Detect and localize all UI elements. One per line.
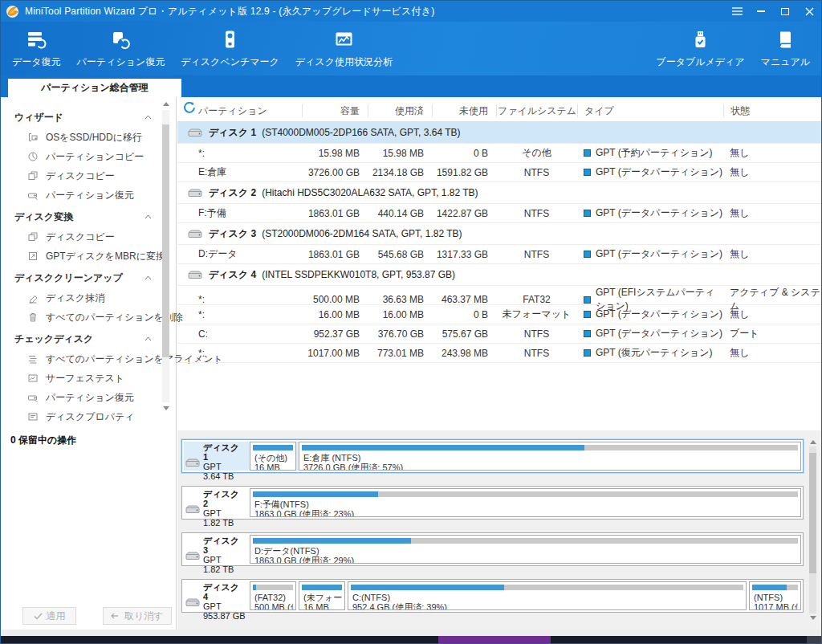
disk-size: 953.87 GB	[203, 611, 246, 621]
partition-row[interactable]: *: 15.98 MB 15.98 MB 0 B その他 GPT (予約パーティ…	[177, 144, 821, 163]
sidebar-item-surface-test[interactable]: サーフェステスト	[1, 369, 176, 388]
disk-name: ディスク 3	[209, 227, 256, 241]
disk-icon	[187, 188, 203, 198]
column-capacity[interactable]: 容量	[302, 104, 368, 117]
partition-row[interactable]: F:予備 1863.01 GB 440.14 GB 1422.87 GB NTF…	[177, 204, 821, 223]
toolbar-partition-recovery[interactable]: パーティション復元	[69, 22, 173, 69]
maximize-button[interactable]	[773, 1, 797, 22]
sidebar-section-disk-convert[interactable]: ディスク変換	[1, 207, 176, 227]
minimize-button[interactable]	[749, 1, 773, 22]
partition-recovery-small-icon	[27, 392, 39, 403]
sidebar-item-gpt-to-mbr[interactable]: GPTディスクをMBRに変換	[1, 247, 176, 266]
taskbar-accent	[438, 636, 551, 643]
diskmap-row-4[interactable]: ディスク 4 GPT 953.87 GB (FAT32) 500 MB (使	[181, 579, 804, 613]
sidebar-item-label: GPTディスクをMBRに変換	[46, 250, 165, 263]
menu-button[interactable]	[725, 1, 749, 22]
scrollbar-thumb[interactable]	[809, 453, 816, 573]
disk-scheme: GPT	[203, 508, 246, 518]
toolbar-space-analyzer[interactable]: ディスク使用状況分析	[287, 22, 401, 69]
diskmap-row-3[interactable]: ディスク 3 GPT 1.82 TB D:データ(NTFS) 1863.0 GB…	[181, 532, 804, 566]
scroll-up-icon[interactable]	[163, 102, 169, 106]
column-partition[interactable]: パーティション	[177, 104, 302, 117]
app-window: MiniTool Partition Wizard プロ・アルティメット版 12…	[0, 0, 822, 644]
disk-row-1[interactable]: ディスク 1 (ST4000DM005-2DP166 SATA, GPT, 3.…	[177, 122, 821, 144]
partition-block[interactable]: (未フォーマット 16 MB	[299, 581, 345, 610]
sidebar-item-migrate-os[interactable]: OSをSSD/HDDに移行	[1, 128, 176, 147]
partition-recovery-small-icon	[27, 190, 39, 201]
align-partitions-icon	[27, 353, 39, 365]
partition-block[interactable]: (その他) 16 MB	[250, 442, 296, 471]
toolbar-disk-benchmark[interactable]: ディスクベンチマーク	[173, 22, 287, 69]
partition-type-icon	[584, 251, 591, 258]
sidebar-scrollbar[interactable]	[161, 100, 170, 412]
undo-button[interactable]: 取り消す	[103, 607, 172, 625]
partition-block[interactable]: D:データ(NTFS) 1863.0 GB (使用済: 29%)	[250, 535, 801, 564]
partition-row[interactable]: C: 952.37 GB 376.70 GB 575.67 GB NTFS GP…	[177, 324, 821, 344]
toolbar-manual[interactable]: マニュアル	[753, 22, 818, 75]
bootable-media-icon	[690, 29, 711, 51]
apply-button[interactable]: 適用	[22, 607, 76, 625]
sidebar-item-disk-properties[interactable]: ディスクプロパティ	[1, 407, 176, 426]
partition-row[interactable]: E:倉庫 3726.00 GB 2134.18 GB 1591.82 GB NT…	[177, 163, 821, 182]
partition-row[interactable]: D:データ 1863.01 GB 545.68 GB 1317.33 GB NT…	[177, 245, 821, 264]
close-button[interactable]	[797, 1, 821, 22]
column-unused[interactable]: 未使用	[432, 104, 496, 117]
close-icon	[805, 7, 814, 16]
disk-row-3[interactable]: ディスク 3 (ST2000DM006-2DM164 SATA, GPT, 1.…	[177, 223, 821, 245]
partition-row[interactable]: *: 16.00 MB 16.00 MB 0 B 未フォーマット GPT (デー…	[177, 305, 821, 324]
sidebar-item-disk-copy-2[interactable]: ディスクコピー	[1, 227, 176, 247]
partition-row[interactable]: *: 500.00 MB 36.63 MB 463.37 MB FAT32 GP…	[177, 286, 821, 305]
column-used[interactable]: 使用済	[368, 104, 432, 117]
partition-block[interactable]: F:予備(NTFS) 1863.0 GB (使用済: 23%)	[250, 488, 801, 517]
disk-name: ディスク 2	[209, 186, 256, 200]
sidebar-item-partition-recovery[interactable]: パーティション復元	[1, 185, 176, 205]
scroll-up-icon[interactable]	[810, 440, 816, 444]
disk-scheme: GPT	[203, 601, 246, 611]
sidebar-item-partition-copy[interactable]: パーティションコピー	[1, 147, 176, 166]
usage-bar	[302, 445, 798, 450]
sidebar-item-label: ディスクプロパティ	[46, 410, 135, 424]
section-title: ディスククリーンアップ	[14, 271, 123, 285]
sidebar-item-delete-all-partitions[interactable]: すべてのパーティションを削除	[1, 308, 176, 327]
sidebar-section-disk-cleanup[interactable]: ディスククリーンアップ	[1, 268, 176, 288]
disk-row-2[interactable]: ディスク 2 (Hitachi HDS5C3020ALA632 SATA, GP…	[177, 182, 821, 204]
column-status[interactable]: 状態	[723, 104, 821, 117]
disk-row-4[interactable]: ディスク 4 (INTEL SSDPEKKW010T8, GPT, 953.87…	[177, 264, 821, 286]
sidebar-section-wizard[interactable]: ウィザード	[1, 108, 176, 128]
partition-block[interactable]: C:(NTFS) 952.4 GB (使用済: 39%)	[348, 581, 747, 610]
partition-type-icon	[584, 149, 591, 157]
gpt-to-mbr-icon	[27, 251, 39, 262]
diskmap-row-1[interactable]: ディスク 1 GPT 3.64 TB (その他) 16 MB	[181, 439, 804, 473]
sidebar-item-align-all-partitions[interactable]: すべてのパーティションをアライメント	[1, 349, 176, 369]
sidebar-item-disk-copy[interactable]: ディスクコピー	[1, 166, 176, 185]
diskmap-row-2[interactable]: ディスク 2 GPT 1.82 TB F:予備(NTFS) 1863.0 GB …	[181, 486, 804, 520]
disk-info: (Hitachi HDS5C3020ALA632 SATA, GPT, 1.82…	[262, 187, 478, 198]
scroll-down-icon[interactable]	[810, 616, 816, 620]
column-type[interactable]: タイプ	[577, 104, 723, 117]
apply-label: 適用	[47, 609, 66, 623]
scrollbar-thumb[interactable]	[162, 124, 169, 357]
toolbar-data-recovery[interactable]: データ復元	[4, 22, 69, 69]
sidebar-item-disk-wipe[interactable]: ディスク抹消	[1, 288, 176, 308]
tab-partition-management[interactable]: パーティション総合管理	[8, 79, 181, 97]
toolbar-label: ディスクベンチマーク	[181, 55, 279, 69]
partition-block[interactable]: (FAT32) 500 MB (使	[250, 581, 296, 610]
chevron-up-icon	[144, 275, 152, 280]
usage-bar	[253, 445, 293, 450]
disk-icon	[187, 270, 203, 280]
partition-block[interactable]: E:倉庫 (NTFS) 3726.0 GB (使用済: 57%)	[299, 442, 801, 471]
check-icon	[34, 613, 43, 620]
column-filesystem[interactable]: ファイルシステム	[496, 104, 577, 117]
scroll-down-icon[interactable]	[163, 406, 169, 410]
chevron-up-icon	[144, 336, 152, 341]
diskmap-scrollbar[interactable]	[808, 438, 818, 622]
partition-row[interactable]: *: 1017.00 MB 773.01 MB 243.98 MB NTFS G…	[177, 344, 821, 363]
sidebar-item-partition-recovery-2[interactable]: パーティション復元	[1, 388, 176, 407]
disk-wipe-icon	[27, 292, 39, 304]
sidebar-item-label: パーティション復元	[46, 189, 134, 202]
toolbar-bootable-media[interactable]: ブータブルメディア	[648, 22, 752, 75]
sidebar-section-check-disk[interactable]: チェックディスク	[1, 329, 176, 349]
toolbar-label: ディスク使用状況分析	[295, 55, 393, 69]
toolbar: データ復元 パーティション復元 ディスクベンチマーク	[1, 22, 821, 75]
partition-block[interactable]: (NTFS) 1017 MB (使	[749, 581, 801, 610]
